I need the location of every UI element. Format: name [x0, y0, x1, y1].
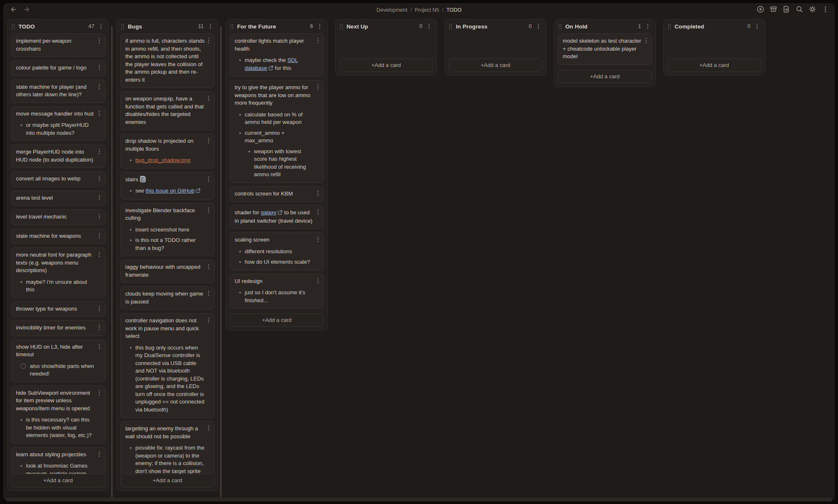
card-menu-icon[interactable]: [97, 111, 102, 116]
card-menu-icon[interactable]: [206, 138, 211, 144]
card-menu-icon[interactable]: [97, 390, 102, 396]
card[interactable]: state machine for weapons: [11, 229, 105, 244]
column-menu-icon[interactable]: [754, 23, 760, 30]
card-menu-icon[interactable]: [316, 38, 321, 44]
add-card-button[interactable]: +Add a card: [667, 59, 761, 72]
card[interactable]: colour palette for game / logo: [11, 60, 105, 76]
add-card-button[interactable]: +Add a card: [120, 474, 215, 487]
bugs-column-scrollbar[interactable]: [220, 26, 222, 497]
card-menu-icon[interactable]: [97, 344, 102, 350]
column-menu-icon[interactable]: [426, 23, 432, 30]
card-menu-icon[interactable]: [97, 233, 102, 239]
column-menu-icon[interactable]: [316, 23, 323, 30]
breadcrumb-item[interactable]: Project N5: [415, 7, 439, 13]
card[interactable]: scaling screendifferent resolutionshow d…: [230, 232, 324, 270]
card[interactable]: try to give the player ammo for weapons …: [230, 80, 324, 183]
card-menu-icon[interactable]: [206, 425, 211, 431]
card[interactable]: investigate Blender backface cullinginse…: [120, 203, 215, 257]
card-menu-icon[interactable]: [97, 306, 102, 311]
card-menu-icon[interactable]: [206, 176, 211, 182]
card[interactable]: clouds keep moving when game is paused: [120, 286, 215, 310]
todo-column-scrollbar[interactable]: [111, 26, 113, 497]
card[interactable]: drop shadow is projected on multiple flo…: [120, 134, 215, 169]
card[interactable]: controller navigation does not work in p…: [120, 313, 215, 418]
drag-handle-icon[interactable]: [558, 23, 562, 30]
drag-handle-icon[interactable]: [11, 23, 15, 30]
card-menu-icon[interactable]: [97, 451, 102, 457]
add-card-button[interactable]: +Add a card: [448, 59, 543, 72]
card[interactable]: convert all images to webp: [11, 171, 105, 187]
breadcrumb-item[interactable]: Development: [377, 7, 408, 13]
column-menu-icon[interactable]: [98, 23, 104, 30]
card[interactable]: controls screen for KBM: [230, 186, 324, 202]
card[interactable]: UI redesignjust so I don't assume it's f…: [230, 274, 324, 309]
search-button[interactable]: [795, 6, 803, 14]
card-menu-icon[interactable]: [206, 317, 211, 323]
card[interactable]: implement per-weapon crosshairs: [11, 33, 105, 57]
card-menu-icon[interactable]: [316, 190, 321, 196]
card[interactable]: show HUD on L3, hide after timeoutalso s…: [11, 339, 105, 382]
drag-handle-icon[interactable]: [449, 23, 453, 30]
breadcrumb-item[interactable]: TODO: [447, 7, 462, 13]
drag-handle-icon[interactable]: [339, 23, 343, 30]
card-menu-icon[interactable]: [97, 252, 102, 257]
card[interactable]: model skeleton as test character + cheat…: [558, 33, 652, 65]
card-menu-icon[interactable]: [97, 213, 102, 219]
card[interactable]: thrower type for weapons: [11, 301, 105, 317]
card-menu-icon[interactable]: [316, 84, 321, 90]
external-link[interactable]: this issue on GitHub: [146, 188, 194, 194]
card-menu-icon[interactable]: [206, 207, 211, 213]
card-menu-icon[interactable]: [97, 64, 102, 70]
document-button[interactable]: [782, 6, 790, 14]
card-menu-icon[interactable]: [97, 38, 102, 44]
card-menu-icon[interactable]: [97, 324, 102, 330]
checkbox-circle[interactable]: [21, 363, 26, 369]
card[interactable]: learn about styling projectileslook at I…: [11, 447, 105, 474]
card-menu-icon[interactable]: [644, 38, 649, 44]
card[interactable]: arena test level: [11, 190, 105, 206]
card-menu-icon[interactable]: [206, 95, 211, 101]
archive-button[interactable]: [769, 6, 777, 14]
column-menu-icon[interactable]: [644, 23, 651, 30]
add-card-button[interactable]: +Add a card: [11, 474, 105, 487]
card-menu-icon[interactable]: [97, 149, 102, 154]
external-link[interactable]: galaxy: [261, 209, 277, 216]
card[interactable]: merge PlayerHUD node into HUD node (to a…: [11, 144, 105, 168]
more-options-button[interactable]: [821, 6, 829, 14]
settings-button[interactable]: [808, 6, 816, 14]
card[interactable]: controller lights match player healthmay…: [230, 33, 324, 77]
card[interactable]: targetting an enemy through a wall shoul…: [120, 421, 215, 474]
card-menu-icon[interactable]: [206, 291, 211, 296]
card-menu-icon[interactable]: [316, 237, 321, 242]
card-menu-icon[interactable]: [97, 195, 102, 201]
card-bullet-list: possible fix: raycast from the (weapon o…: [125, 444, 205, 474]
card[interactable]: shader for galaxy to be used in planet s…: [230, 205, 324, 229]
drag-handle-icon[interactable]: [230, 23, 234, 30]
drag-handle-icon[interactable]: [121, 23, 124, 30]
new-note-button[interactable]: [756, 6, 764, 14]
card[interactable]: move message handler into hudor maybe sp…: [11, 106, 105, 141]
card[interactable]: stairssee this issue on GitHub: [120, 172, 215, 200]
column-menu-icon[interactable]: [535, 23, 542, 30]
card-menu-icon[interactable]: [97, 84, 102, 90]
card[interactable]: hide SubViewport environment for item pr…: [11, 386, 105, 444]
card[interactable]: on weapon unequip, have a function that …: [120, 91, 215, 130]
card[interactable]: state machine for player (and others lat…: [11, 80, 105, 103]
column-menu-icon[interactable]: [207, 23, 214, 30]
add-card-button[interactable]: +Add a card: [339, 59, 433, 72]
card-menu-icon[interactable]: [206, 264, 211, 270]
add-card-button[interactable]: +Add a card: [230, 314, 324, 327]
card[interactable]: laggy behaviour with uncapped framerate: [120, 260, 215, 283]
card-menu-icon[interactable]: [206, 38, 211, 44]
card-menu-icon[interactable]: [316, 278, 321, 284]
horizontal-scrollbar[interactable]: [6, 498, 832, 501]
card-menu-icon[interactable]: [316, 209, 321, 215]
card[interactable]: invincibility timer for enemies: [11, 320, 105, 336]
add-card-button[interactable]: +Add a card: [558, 70, 652, 83]
card[interactable]: level travel mechanic: [11, 209, 105, 225]
card-menu-icon[interactable]: [97, 175, 102, 181]
card[interactable]: more neutral font for paragraph texts (e…: [11, 247, 105, 298]
card[interactable]: if ammo is full, characters stands in am…: [120, 33, 215, 88]
attachment-link[interactable]: bug_drop_shadow.png: [135, 157, 191, 163]
drag-handle-icon[interactable]: [667, 23, 671, 30]
